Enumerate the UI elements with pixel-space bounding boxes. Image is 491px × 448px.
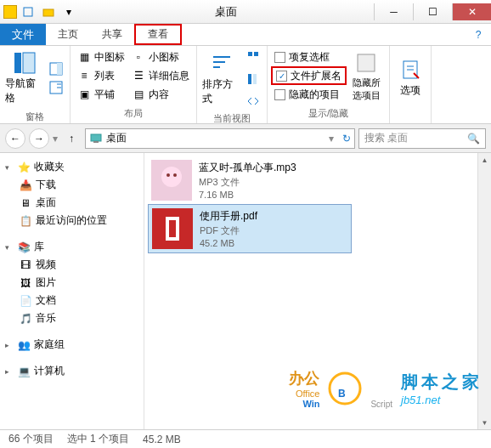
small-icons-button[interactable]: ▫小图标 xyxy=(128,48,193,66)
svg-rect-18 xyxy=(91,134,101,141)
collapse-icon[interactable]: ▾ xyxy=(5,243,14,252)
file-type: PDF 文件 xyxy=(200,224,257,237)
desktop-icon xyxy=(89,132,103,145)
ribbon-group-options: 选项 xyxy=(390,46,432,123)
quick-access-toolbar: ▾ xyxy=(0,3,78,21)
tab-view[interactable]: 查看 xyxy=(134,24,182,45)
group-icon xyxy=(246,50,260,64)
svg-point-22 xyxy=(166,173,170,177)
details-view-button[interactable]: ☰详细信息 xyxy=(128,66,193,85)
add-columns-button[interactable] xyxy=(243,70,263,88)
show-hide-label: 显示/隐藏 xyxy=(271,105,386,122)
content-button[interactable]: ▤内容 xyxy=(128,85,193,104)
b-logo-icon: B xyxy=(328,371,362,405)
status-bar: 66 个项目 选中 1 个项目 45.2 MB xyxy=(0,429,491,448)
tree-recent[interactable]: 📋最近访问的位置 xyxy=(0,212,144,230)
qat-dropdown-button[interactable]: ▾ xyxy=(59,3,78,21)
file-type: MP3 文件 xyxy=(199,176,296,189)
medium-icons-button[interactable]: ▦中图标 xyxy=(74,48,128,66)
star-icon: ⭐ xyxy=(17,161,31,174)
tab-file[interactable]: 文件 xyxy=(0,24,46,45)
tab-home[interactable]: 主页 xyxy=(46,24,90,45)
file-item[interactable]: 蓝又时-孤单心事.mp3 MP3 文件 7.16 MB xyxy=(148,156,352,204)
sort-by-button[interactable]: 排序方式 xyxy=(200,48,243,111)
tree-favorites[interactable]: ▾⭐收藏夹 xyxy=(0,158,144,176)
details-icon: ☰ xyxy=(132,69,145,82)
collapse-icon[interactable]: ▾ xyxy=(5,163,14,172)
preview-pane-button[interactable] xyxy=(46,60,66,78)
checkbox-checked-icon: ✓ xyxy=(276,71,287,82)
svg-point-21 xyxy=(161,167,182,187)
search-placeholder: 搜索 桌面 xyxy=(364,131,408,145)
group-by-button[interactable] xyxy=(243,48,263,66)
svg-rect-5 xyxy=(57,63,62,75)
picture-icon: 🖼 xyxy=(19,276,32,290)
maximize-button[interactable]: ☐ xyxy=(413,3,452,20)
address-bar[interactable]: 桌面 ▾ ↻ xyxy=(85,128,355,149)
current-view-label: 当前视图 xyxy=(200,111,263,127)
tiles-icon: ▣ xyxy=(77,88,91,101)
tiles-button[interactable]: ▣平铺 xyxy=(74,85,128,104)
item-checkboxes-checkbox[interactable]: 项复选框 xyxy=(271,48,347,66)
status-size: 45.2 MB xyxy=(143,434,181,445)
tree-documents[interactable]: 📄文档 xyxy=(0,292,144,309)
hide-selected-button[interactable]: 隐藏所选项目 xyxy=(347,48,386,105)
expand-icon[interactable]: ▸ xyxy=(5,341,14,349)
tree-music[interactable]: 🎵音乐 xyxy=(0,309,144,327)
details-pane-button[interactable] xyxy=(46,78,66,97)
nav-pane-icon xyxy=(13,51,37,75)
file-item[interactable]: 使用手册.pdf PDF 文件 45.2 MB xyxy=(148,204,352,253)
address-dropdown-icon[interactable]: ▾ xyxy=(329,133,334,145)
svg-text:B: B xyxy=(338,388,346,400)
size-columns-button[interactable] xyxy=(243,92,263,111)
tree-homegroup[interactable]: ▸👥家庭组 xyxy=(0,336,144,354)
tree-desktop[interactable]: 🖥桌面 xyxy=(0,194,144,212)
history-dropdown-button[interactable]: ▾ xyxy=(53,133,58,145)
hidden-items-checkbox[interactable]: 隐藏的项目 xyxy=(271,85,347,104)
file-list: 蓝又时-孤单心事.mp3 MP3 文件 7.16 MB 使用手册.pdf PDF… xyxy=(144,153,491,429)
search-input[interactable]: 搜索 桌面 🔍 xyxy=(358,128,486,149)
panes-group-label: 窗格 xyxy=(3,109,66,125)
svg-point-23 xyxy=(173,173,177,177)
expand-icon[interactable]: ▸ xyxy=(5,367,14,376)
forward-button[interactable]: → xyxy=(29,128,49,149)
svg-rect-15 xyxy=(253,74,257,84)
folder-icon xyxy=(3,5,17,19)
svg-rect-2 xyxy=(14,53,21,73)
file-extensions-checkbox[interactable]: ✓文件扩展名 xyxy=(271,66,347,85)
up-button[interactable]: ↑ xyxy=(61,128,82,149)
svg-rect-0 xyxy=(24,8,32,16)
options-button[interactable]: 选项 xyxy=(393,48,427,108)
help-button[interactable]: ? xyxy=(466,24,491,45)
tab-share[interactable]: 共享 xyxy=(90,24,134,45)
scroll-down-button[interactable]: ▼ xyxy=(478,416,491,429)
medium-icons-icon: ▦ xyxy=(77,50,91,64)
address-text: 桌面 xyxy=(106,131,127,145)
tree-pictures[interactable]: 🖼图片 xyxy=(0,274,144,292)
status-item-count: 66 个项目 xyxy=(8,432,54,446)
back-button[interactable]: ← xyxy=(5,128,25,149)
qat-newfolder-button[interactable] xyxy=(39,3,58,21)
tree-computer[interactable]: ▸💻计算机 xyxy=(0,362,144,380)
scroll-up-button[interactable]: ▲ xyxy=(478,153,491,167)
checkbox-icon xyxy=(274,89,285,100)
svg-rect-26 xyxy=(169,220,176,237)
tree-libraries[interactable]: ▾📚库 xyxy=(0,238,144,256)
nav-pane-button[interactable]: 导航窗格 xyxy=(3,48,46,109)
library-icon: 📚 xyxy=(17,241,31,254)
svg-rect-12 xyxy=(248,52,252,56)
svg-rect-16 xyxy=(358,54,375,71)
tree-videos[interactable]: 🎞视频 xyxy=(0,256,144,274)
refresh-button[interactable]: ↻ xyxy=(342,133,351,145)
close-button[interactable]: ✕ xyxy=(452,3,491,20)
small-icons-icon: ▫ xyxy=(132,50,145,64)
svg-rect-19 xyxy=(93,141,99,143)
list-button[interactable]: ≡列表 xyxy=(74,66,128,85)
tree-downloads[interactable]: 📥下载 xyxy=(0,176,144,194)
minimize-button[interactable]: ─ xyxy=(374,3,413,20)
content-icon: ▤ xyxy=(132,88,145,101)
qat-properties-button[interactable] xyxy=(19,3,37,21)
search-icon: 🔍 xyxy=(467,133,480,145)
window-title: 桌面 xyxy=(78,4,374,20)
download-icon: 📥 xyxy=(19,179,32,192)
